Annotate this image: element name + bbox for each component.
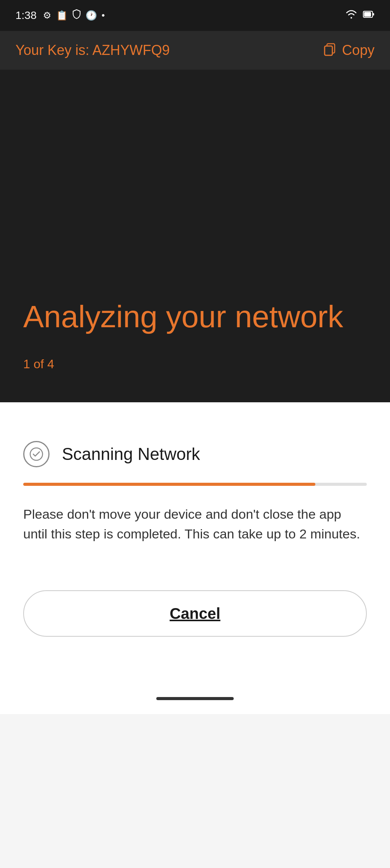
scan-label: Scanning Network: [62, 444, 200, 464]
scan-item: Scanning Network: [23, 441, 367, 467]
home-indicator: [156, 697, 234, 700]
cancel-button[interactable]: Cancel: [23, 590, 367, 637]
notification-dot: •: [102, 10, 105, 21]
status-left: 1:38 ⚙ 📋 🕐 •: [15, 9, 105, 22]
copy-button[interactable]: Copy: [322, 41, 375, 60]
wifi-icon: [346, 10, 357, 21]
gear-icon: ⚙: [43, 10, 51, 21]
key-bar: Your Key is: AZHYWFQ9 Copy: [0, 31, 390, 70]
key-label: Your Key is: AZHYWFQ9: [15, 42, 170, 58]
white-section: Scanning Network Please don't move your …: [0, 402, 390, 683]
svg-rect-4: [325, 46, 332, 55]
battery-icon: [363, 10, 375, 21]
shield-icon: [72, 9, 81, 22]
status-icons: ⚙ 📋 🕐 •: [43, 9, 105, 22]
main-title: Analyzing your network: [23, 300, 367, 334]
svg-rect-2: [373, 13, 374, 15]
status-right: [346, 10, 375, 21]
clock-icon: 🕐: [86, 10, 97, 21]
step-counter: 1 of 4: [23, 357, 367, 371]
copy-icon: [322, 41, 337, 60]
cancel-label: Cancel: [169, 605, 220, 622]
dark-section: Analyzing your network 1 of 4: [0, 70, 390, 402]
clipboard-icon: 📋: [56, 10, 68, 21]
svg-rect-1: [364, 12, 371, 17]
time-display: 1:38: [15, 9, 37, 22]
copy-label: Copy: [342, 42, 375, 58]
svg-point-6: [30, 448, 43, 460]
description-text: Please don't move your device and don't …: [23, 504, 367, 544]
status-bar: 1:38 ⚙ 📋 🕐 •: [0, 0, 390, 31]
home-indicator-area: [0, 683, 390, 714]
progress-bar-fill: [23, 483, 315, 486]
progress-bar: [23, 483, 367, 486]
check-circle-icon: [23, 441, 50, 467]
